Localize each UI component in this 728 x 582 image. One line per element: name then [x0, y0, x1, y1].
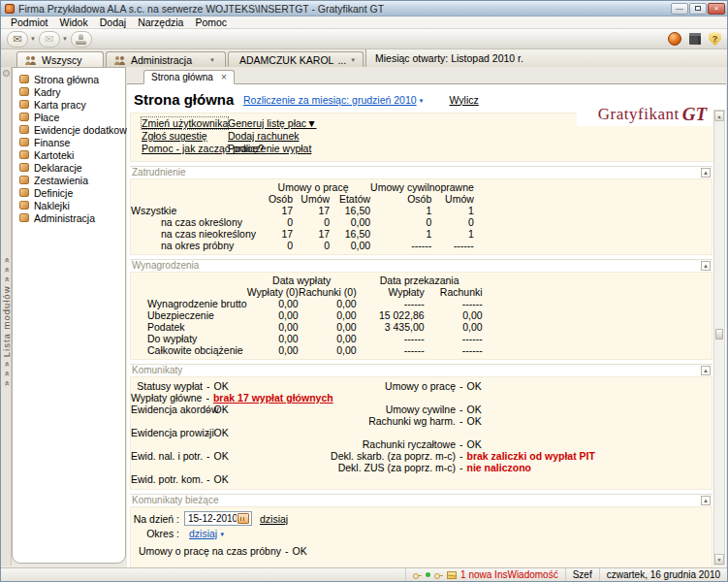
quick-link[interactable]: Zgłoś sugestię	[142, 130, 228, 143]
reply-message-dropdown-icon[interactable]: ▼	[62, 36, 68, 42]
today-link[interactable]: dzisiaj	[260, 513, 288, 525]
table-row: Ubezpieczenie 0,000,00 15 022,860,00	[131, 309, 483, 321]
close-icon[interactable]: ×	[221, 73, 227, 82]
status-row: Dekl. ZUS (za poprz. m-c)- nie naliczono	[330, 462, 712, 473]
sidebar-item[interactable]: Karta pracy	[13, 98, 125, 111]
employment-table: Umowy o pracęUmowy cywilnoprawne Osób Um…	[131, 181, 474, 251]
module-list-strip[interactable]: » » » Lista modułów » » »	[1, 67, 12, 566]
section-collapse-button[interactable]: ▲	[701, 496, 711, 505]
module-icon	[19, 188, 29, 197]
tab-more[interactable]: ...	[337, 54, 346, 66]
sidebar-item-label: Płace	[34, 112, 59, 123]
section-collapse-button[interactable]: ▲	[701, 366, 711, 375]
module-icon	[19, 75, 29, 83]
status-value: OK	[467, 438, 482, 450]
module-icon	[19, 213, 29, 222]
tab-wszyscy[interactable]: Wszyscy	[16, 51, 104, 67]
section-komunikaty: Komunikaty ▲ Statusy wypłat- OK	[130, 364, 712, 490]
sidebar-item[interactable]: Ewidencje dodatkowe	[13, 123, 125, 136]
quick-link[interactable]: Dodaj rachunek	[228, 130, 317, 143]
quick-link[interactable]: Generuj listę płac▼	[228, 117, 317, 130]
sidebar-item[interactable]: Kartoteki	[13, 148, 125, 161]
sidebar-item[interactable]: Finanse	[13, 136, 125, 148]
stamp-icon	[76, 34, 86, 45]
cube-icon[interactable]	[689, 33, 701, 45]
status-row: Dekl. skarb. (za poprz. m-c)- brak zalic…	[330, 450, 712, 462]
module-icon	[19, 150, 29, 159]
sidebar-item[interactable]: Płace	[13, 111, 125, 123]
new-message-button[interactable]: ✉	[7, 31, 28, 48]
reply-message-button[interactable]: ✉	[39, 31, 60, 48]
status-row: Ewidencja akordów- OK	[131, 404, 330, 415]
section-collapse-button[interactable]: ▲	[701, 168, 711, 178]
scroll-down-icon[interactable]: ▼	[714, 554, 724, 565]
help-shield-icon[interactable]: ?	[709, 32, 721, 46]
minimize-button[interactable]: —	[671, 3, 688, 15]
current-date-label: czwartek, 16 grudnia 2010	[607, 569, 720, 580]
status-row	[131, 415, 330, 427]
sidebar-item[interactable]: Naklejki	[13, 199, 125, 211]
sidebar-item-label: Deklaracje	[34, 162, 82, 174]
close-button[interactable]: ×	[708, 3, 725, 15]
app-body: » » » Lista modułów » » » Strona główna …	[1, 67, 727, 567]
section-collapse-button[interactable]: ▲	[701, 261, 711, 271]
date-input[interactable]	[188, 513, 237, 524]
date-field	[184, 511, 252, 526]
tab-adamczuk-karol[interactable]: ADAMCZUK KAROL ... ▼	[228, 51, 364, 67]
sidebar-item[interactable]: Definicje	[13, 186, 125, 199]
logo-gratyfikant: Gratyfikant	[598, 105, 680, 124]
menu-item[interactable]: Narzędzia	[132, 16, 189, 28]
section-title: Zatrudnienie	[132, 167, 186, 178]
table-row: Podatek 0,000,00 3 435,000,00	[131, 321, 483, 333]
sidebar-item-label: Definicje	[34, 187, 73, 199]
people-icon	[113, 55, 127, 65]
open-month-bar: Miesiąc otwarty: Listopad 2010 r.	[365, 49, 727, 67]
period-link[interactable]: dzisiaj▼	[189, 528, 225, 539]
chevron-down-icon[interactable]: ▼	[209, 57, 215, 63]
menubar: PodmiotWidokDodajNarzędziaPomoc	[1, 16, 727, 29]
month-settlement-link[interactable]: Rozliczenie za miesiąc: grudzień 2010▼	[243, 94, 425, 106]
sidebar-item[interactable]: Kadry	[13, 85, 125, 98]
restore-button[interactable]	[689, 3, 707, 15]
insert-sphere-icon[interactable]	[668, 32, 681, 46]
quick-link[interactable]: Zmień użytkownika	[142, 117, 228, 130]
status-row: Ewid. potr. kom.- OK	[131, 473, 330, 485]
sidebar-item[interactable]: Deklaracje	[13, 161, 125, 174]
section-title: Wynagrodzenia	[132, 260, 199, 271]
menu-item[interactable]: Podmiot	[5, 16, 54, 28]
sidebar-item-label: Strona główna	[34, 74, 99, 85]
status-row: Umowy o pracę- OK	[330, 380, 712, 392]
current-user-label: Szef	[573, 569, 592, 580]
quick-link[interactable]: Pomoc - jak zacząć pracę?	[142, 143, 228, 155]
menu-item[interactable]: Dodaj	[94, 16, 132, 28]
sidebar-item[interactable]: Zestawienia	[13, 174, 125, 186]
mail-icon[interactable]	[447, 571, 457, 579]
new-message-dropdown-icon[interactable]: ▼	[30, 36, 36, 42]
status-row: Umowy cywilne- OK	[330, 404, 712, 415]
calendar-icon[interactable]	[237, 513, 249, 524]
quick-link[interactable]: Podliczenie wypłat	[228, 143, 317, 155]
period-label: Okres :	[131, 528, 179, 539]
menu-item[interactable]: Widok	[54, 16, 94, 28]
sidebar-item[interactable]: Administracja	[13, 211, 125, 224]
scrollbar-thumb[interactable]	[715, 329, 723, 340]
tab-strona-glowna[interactable]: Strona główna ×	[143, 70, 235, 84]
stamp-button[interactable]	[71, 31, 92, 48]
app-window: Firma Przykładowa ALA s.c. na serwerze W…	[0, 0, 728, 582]
status-row	[330, 427, 712, 438]
scroll-up-icon[interactable]: ▲	[714, 111, 724, 121]
context-tab-bar: Wszyscy Administracja ▼ ADAMCZUK KAROL .…	[1, 49, 727, 67]
chevron-down-icon[interactable]: ▼	[350, 57, 356, 63]
sidebar-item[interactable]: Strona główna	[13, 73, 125, 85]
ins-message-link[interactable]: 1 nowa InsWiadomość	[460, 569, 558, 580]
menu-item[interactable]: Pomoc	[189, 16, 233, 28]
pin-icon[interactable]	[3, 70, 10, 77]
app-icon	[5, 4, 15, 14]
sidebar-item-label: Ewidencje dodatkowe	[34, 124, 133, 136]
status-value: OK	[293, 545, 307, 557]
calculate-link[interactable]: Wylicz	[450, 94, 479, 106]
module-icon	[19, 100, 29, 109]
vertical-scrollbar[interactable]: ▲ ▼	[713, 110, 725, 566]
tab-administracja[interactable]: Administracja ▼	[106, 51, 226, 67]
section-title: Komunikaty	[132, 365, 182, 375]
